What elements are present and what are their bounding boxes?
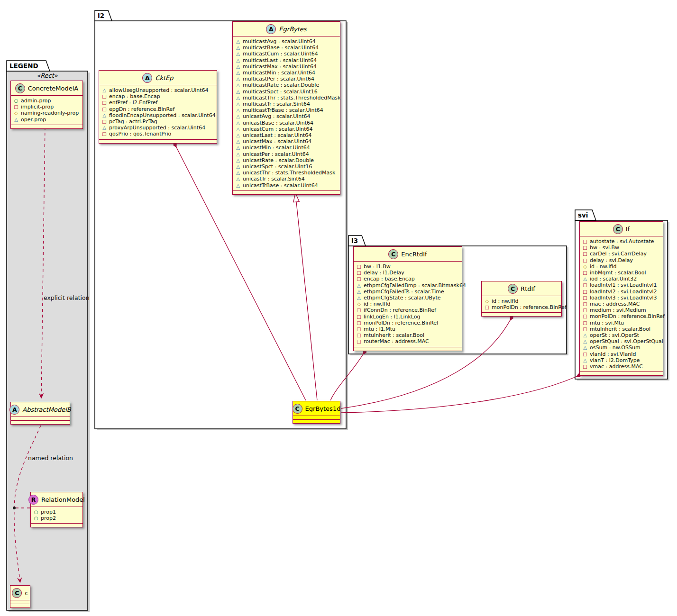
package-body-svi [575, 220, 668, 379]
uml-class-diagram: LEGEND«Rect»l2l3svi CConcreteModelA○admi… [0, 0, 677, 616]
package-body-legend [7, 71, 88, 610]
package-body-l3 [348, 246, 567, 354]
package-tab-legend [7, 61, 50, 71]
package-tab-svi [575, 210, 596, 220]
package-tab-l2 [95, 10, 112, 21]
package-tab-l3 [348, 236, 366, 246]
named-relation-junction-dot [13, 507, 16, 509]
diagram-underlay [0, 0, 677, 616]
composition-edge-svi-if-egrbytes1d [341, 374, 582, 413]
package-body-l2 [95, 21, 346, 429]
